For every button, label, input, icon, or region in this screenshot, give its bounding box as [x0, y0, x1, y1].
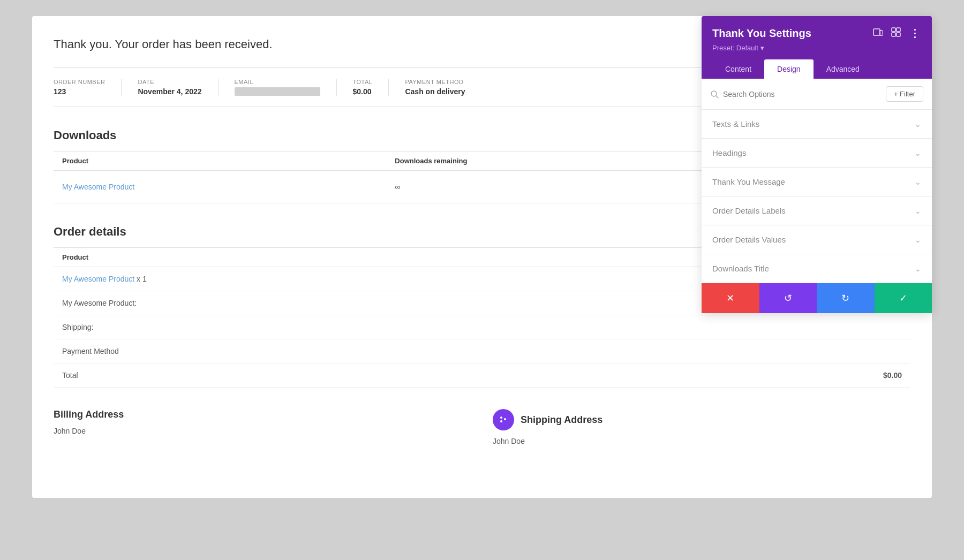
product-link[interactable]: My Awesome Product — [62, 183, 134, 191]
email-value — [235, 87, 320, 96]
order-col-product: Product — [54, 248, 687, 267]
chevron-down-icon: ⌄ — [915, 178, 921, 186]
accordion-label: Downloads Title — [712, 264, 769, 273]
accordion-header[interactable]: Order Details Values ⌄ — [702, 225, 932, 254]
accordion-list: Texts & Links ⌄ Headings ⌄ Thank You Mes… — [702, 110, 932, 283]
accordion-item: Texts & Links ⌄ — [702, 110, 932, 139]
panel-header: Thank You Settings ⋮ Preset: Default ▾ C… — [702, 16, 932, 79]
panel-preset[interactable]: Preset: Default ▾ — [712, 44, 921, 52]
order-row-label: My Awesome Product: — [62, 299, 137, 307]
download-remaining: ∞ — [386, 171, 719, 203]
order-number-item: ORDER NUMBER 123 — [54, 79, 122, 96]
accordion-header[interactable]: Headings ⌄ — [702, 139, 932, 167]
shipping-address-title: Shipping Address — [493, 409, 910, 430]
accordion-item: Order Details Values ⌄ — [702, 225, 932, 254]
filter-button[interactable]: + Filter — [886, 86, 923, 102]
order-detail-label: My Awesome Product x 1 — [54, 267, 687, 291]
save-button[interactable]: ✓ — [875, 283, 932, 313]
panel-icon-responsive[interactable] — [872, 26, 884, 40]
email-label: EMAIL — [235, 79, 320, 85]
panel-icon-more[interactable]: ⋮ — [908, 26, 921, 41]
date-value: November 4, 2022 — [138, 87, 201, 96]
tab-advanced[interactable]: Advanced — [814, 59, 872, 79]
date-item: DATE November 4, 2022 — [122, 79, 218, 96]
payment-label: PAYMENT METHOD — [405, 79, 465, 85]
panel-header-top: Thank You Settings ⋮ — [712, 26, 921, 41]
search-bar: + Filter — [702, 79, 932, 110]
tab-design[interactable]: Design — [764, 59, 814, 79]
order-detail-value — [687, 339, 910, 364]
panel-icon-grid[interactable] — [890, 26, 902, 40]
download-product: My Awesome Product — [54, 171, 386, 203]
order-detail-value — [687, 315, 910, 339]
order-row-label: Total — [62, 371, 78, 380]
accordion-label: Texts & Links — [712, 119, 759, 128]
chevron-down-icon: ⌄ — [915, 264, 921, 273]
search-input[interactable] — [723, 90, 882, 99]
accordion-item: Order Details Labels ⌄ — [702, 196, 932, 225]
order-detail-label: My Awesome Product: — [54, 291, 687, 315]
panel-title: Thank You Settings — [712, 27, 811, 40]
svg-line-10 — [716, 96, 718, 98]
svg-point-0 — [500, 417, 502, 419]
panel-body: + Filter Texts & Links ⌄ Headings ⌄ Than… — [702, 79, 932, 283]
total-value: $0.00 — [353, 87, 373, 96]
svg-rect-7 — [892, 33, 895, 36]
page-wrapper: Thank you. Your order has been received.… — [32, 16, 932, 498]
col-product: Product — [54, 152, 386, 171]
shipping-name: John Doe — [493, 437, 910, 445]
svg-rect-3 — [873, 29, 880, 35]
payment-item: PAYMENT METHOD Cash on delivery — [389, 79, 481, 96]
order-detail-label: Shipping: — [54, 315, 687, 339]
accordion-label: Order Details Values — [712, 235, 786, 244]
accordion-header[interactable]: Texts & Links ⌄ — [702, 110, 932, 138]
total-label: TOTAL — [353, 79, 373, 85]
accordion-header[interactable]: Thank You Message ⌄ — [702, 168, 932, 196]
svg-point-2 — [504, 418, 506, 420]
svg-point-1 — [500, 420, 502, 422]
email-item: EMAIL — [219, 79, 337, 96]
address-section: Billing Address John Doe Shipping Addres… — [54, 409, 910, 445]
order-number-value: 123 — [54, 87, 105, 96]
accordion-label: Headings — [712, 148, 746, 157]
redo-button[interactable]: ↻ — [817, 283, 875, 313]
accordion-item: Headings ⌄ — [702, 139, 932, 168]
order-row-label: Shipping: — [62, 323, 93, 331]
search-icon — [710, 90, 719, 99]
col-remaining: Downloads remaining — [386, 152, 719, 171]
date-label: DATE — [138, 79, 201, 85]
tab-content[interactable]: Content — [712, 59, 764, 79]
accordion-item: Downloads Title ⌄ — [702, 254, 932, 283]
panel-tabs: Content Design Advanced — [712, 59, 921, 79]
billing-address-block: Billing Address John Doe — [54, 409, 471, 445]
total-item: TOTAL $0.00 — [337, 79, 389, 96]
order-product-link[interactable]: My Awesome Product — [62, 275, 134, 283]
chevron-down-icon: ⌄ — [915, 207, 921, 215]
chevron-down-icon: ⌄ — [915, 120, 921, 128]
list-item: Total $0.00 — [54, 364, 910, 388]
svg-rect-4 — [880, 31, 883, 35]
chevron-down-icon: ⌄ — [915, 236, 921, 244]
order-row-label: Payment Method — [62, 347, 119, 355]
panel-actions: ✕↺↻✓ — [702, 283, 932, 313]
order-detail-label: Total — [54, 364, 687, 388]
svg-rect-6 — [897, 28, 900, 32]
undo-button[interactable]: ↺ — [759, 283, 817, 313]
right-panel: Thank You Settings ⋮ Preset: Default ▾ C… — [702, 16, 932, 313]
shipping-address-block: Shipping Address John Doe — [493, 409, 910, 445]
svg-rect-5 — [892, 28, 895, 32]
accordion-header[interactable]: Order Details Labels ⌄ — [702, 196, 932, 225]
order-detail-label: Payment Method — [54, 339, 687, 364]
svg-rect-8 — [897, 33, 900, 36]
accordion-header[interactable]: Downloads Title ⌄ — [702, 254, 932, 283]
chevron-down-icon: ⌄ — [915, 149, 921, 157]
payment-value: Cash on delivery — [405, 87, 465, 96]
accordion-label: Order Details Labels — [712, 206, 786, 215]
billing-address-title: Billing Address — [54, 409, 471, 420]
shipping-bubble-icon — [493, 409, 514, 430]
accordion-label: Thank You Message — [712, 177, 785, 186]
billing-name: John Doe — [54, 427, 471, 435]
cancel-button[interactable]: ✕ — [702, 283, 759, 313]
list-item: Payment Method — [54, 339, 910, 364]
list-item: Shipping: — [54, 315, 910, 339]
